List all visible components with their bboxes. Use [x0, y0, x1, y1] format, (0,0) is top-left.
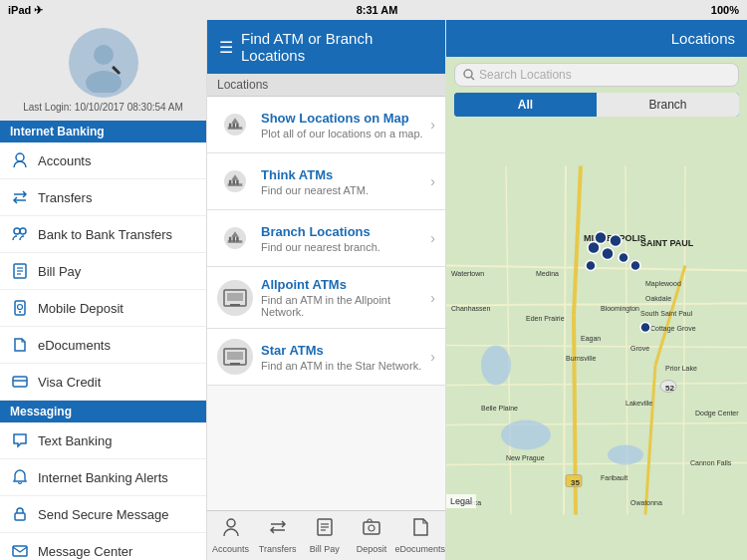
svg-rect-21 — [228, 129, 243, 130]
svg-text:Burnsville: Burnsville — [566, 355, 596, 362]
svg-point-103 — [602, 248, 614, 260]
hamburger-icon[interactable]: ☰ — [219, 38, 233, 57]
svg-text:35: 35 — [571, 478, 580, 487]
location-item-star-atms[interactable]: Star ATMs Find an ATM in the Star Networ… — [207, 329, 445, 386]
accounts-icon — [10, 150, 30, 170]
think-atms-subtitle: Find our nearest ATM. — [261, 184, 430, 196]
svg-text:Maplewood: Maplewood — [645, 280, 681, 288]
svg-rect-22 — [229, 124, 231, 129]
svg-text:Medina: Medina — [536, 270, 559, 277]
location-item-show-map[interactable]: Show Locations on Map Plot all of our lo… — [207, 97, 445, 153]
location-item-branch[interactable]: Branch Locations Find our nearest branch… — [207, 210, 445, 267]
svg-rect-29 — [229, 180, 231, 185]
tab-deposit[interactable]: Deposit — [348, 511, 394, 560]
branch-chevron: › — [430, 230, 435, 246]
star-atms-subtitle: Find an ATM in the Star Network. — [261, 360, 430, 372]
svg-rect-35 — [228, 242, 243, 243]
think-atms-icon — [217, 163, 253, 199]
svg-rect-36 — [229, 237, 231, 242]
svg-point-55 — [464, 70, 472, 78]
svg-line-56 — [471, 77, 474, 80]
location-item-think-atms[interactable]: Think ATMs Find our nearest ATM. › — [207, 153, 445, 210]
last-login: Last Login: 10/10/2017 08:30:54 AM — [12, 102, 194, 113]
svg-rect-31 — [236, 180, 238, 185]
svg-point-12 — [18, 305, 23, 310]
transfers-label: Transfers — [38, 190, 92, 205]
tab-edocuments[interactable]: eDocuments — [395, 511, 446, 560]
svg-point-105 — [610, 235, 622, 247]
tab-bill-pay[interactable]: Bill Pay — [301, 511, 348, 560]
svg-text:Owatonna: Owatonna — [630, 499, 662, 506]
alerts-icon — [10, 467, 30, 487]
message-center-label: Message Center — [38, 544, 132, 559]
allpoint-text: Allpoint ATMs Find an ATM in the Allpoin… — [261, 277, 430, 318]
location-item-allpoint[interactable]: Allpoint ATMs Find an ATM in the Allpoin… — [207, 267, 445, 329]
svg-point-104 — [595, 232, 607, 244]
think-atms-chevron: › — [430, 173, 435, 189]
sidebar-item-text-banking[interactable]: Text Banking — [0, 422, 206, 459]
sidebar-item-secure-message[interactable]: Send Secure Message — [0, 496, 206, 533]
middle-section-label: Locations — [207, 74, 445, 97]
bank-transfer-label: Bank to Bank Transfers — [38, 227, 172, 242]
map-title: Locations — [671, 30, 735, 47]
svg-point-4 — [16, 153, 24, 161]
branch-text: Branch Locations Find our nearest branch… — [261, 224, 430, 253]
deposit-tab-label: Deposit — [357, 544, 387, 554]
svg-rect-38 — [236, 237, 238, 242]
filter-tab-branch[interactable]: Branch — [597, 93, 739, 117]
legal-badge: Legal — [446, 494, 476, 508]
search-placeholder: Search Locations — [479, 68, 572, 82]
show-map-icon — [217, 107, 253, 142]
tab-transfers[interactable]: Transfers — [254, 511, 301, 560]
sidebar-item-accounts[interactable]: Accounts — [0, 142, 206, 179]
search-bar[interactable]: Search Locations — [454, 63, 739, 87]
sidebar-item-mobile-deposit[interactable]: Mobile Deposit — [0, 290, 206, 327]
sidebar-item-bill-pay[interactable]: Bill Pay — [0, 253, 206, 290]
status-time: 8:31 AM — [357, 4, 398, 16]
show-map-chevron: › — [430, 117, 435, 133]
sidebar-scroll[interactable]: Internet Banking Accounts Transfers Bank… — [0, 121, 206, 560]
sidebar-item-edocuments[interactable]: eDocuments — [0, 327, 206, 364]
allpoint-icon — [217, 280, 253, 316]
section-messaging: Messaging — [0, 401, 206, 422]
mobile-deposit-label: Mobile Deposit — [38, 301, 124, 316]
svg-text:Dodge Center: Dodge Center — [695, 410, 739, 418]
visa-icon — [10, 372, 30, 392]
search-icon — [463, 69, 475, 81]
branch-subtitle: Find our nearest branch. — [261, 241, 430, 253]
mobile-deposit-icon — [10, 298, 30, 318]
svg-text:Cottage Grove: Cottage Grove — [650, 325, 696, 333]
svg-point-1 — [94, 45, 114, 65]
svg-point-74 — [481, 346, 511, 386]
sidebar-item-alerts[interactable]: Internet Banking Alerts — [0, 459, 206, 496]
edocuments-label: eDocuments — [38, 338, 111, 353]
transfers-tab-label: Transfers — [259, 544, 297, 554]
svg-point-6 — [20, 228, 26, 234]
accounts-tab-label: Accounts — [212, 544, 249, 554]
middle-panel: ☰ Find ATM or Branch Locations Locations… — [207, 20, 446, 560]
edocuments-tab-icon — [410, 517, 430, 542]
text-banking-label: Text Banking — [38, 433, 112, 448]
sidebar-item-message-center[interactable]: Message Center — [0, 533, 206, 560]
status-left: iPad ✈ — [8, 4, 43, 17]
svg-text:Lakeville: Lakeville — [625, 400, 652, 407]
think-atms-text: Think ATMs Find our nearest ATM. — [261, 167, 430, 196]
sidebar-header: Last Login: 10/10/2017 08:30:54 AM — [0, 20, 206, 121]
svg-point-48 — [227, 519, 235, 527]
svg-text:Chanhassen: Chanhassen — [451, 305, 490, 312]
tab-accounts[interactable]: Accounts — [207, 511, 254, 560]
sidebar-item-visa[interactable]: Visa Credit — [0, 364, 206, 401]
filter-tab-all[interactable]: All — [454, 93, 597, 117]
alerts-label: Internet Banking Alerts — [38, 470, 168, 485]
bill-pay-tab-label: Bill Pay — [310, 544, 340, 554]
sidebar-item-transfers[interactable]: Transfers — [0, 179, 206, 216]
sidebar-item-bank-transfer[interactable]: Bank to Bank Transfers — [0, 216, 206, 253]
middle-header: ☰ Find ATM or Branch Locations — [207, 20, 445, 74]
think-atms-title: Think ATMs — [261, 167, 430, 182]
bill-pay-tab-icon — [315, 517, 335, 542]
svg-rect-28 — [228, 185, 243, 186]
svg-text:SAINT PAUL: SAINT PAUL — [640, 238, 694, 248]
svg-point-109 — [640, 323, 650, 333]
allpoint-subtitle: Find an ATM in the Allpoint Network. — [261, 294, 430, 318]
svg-text:Bloomington: Bloomington — [601, 305, 639, 313]
